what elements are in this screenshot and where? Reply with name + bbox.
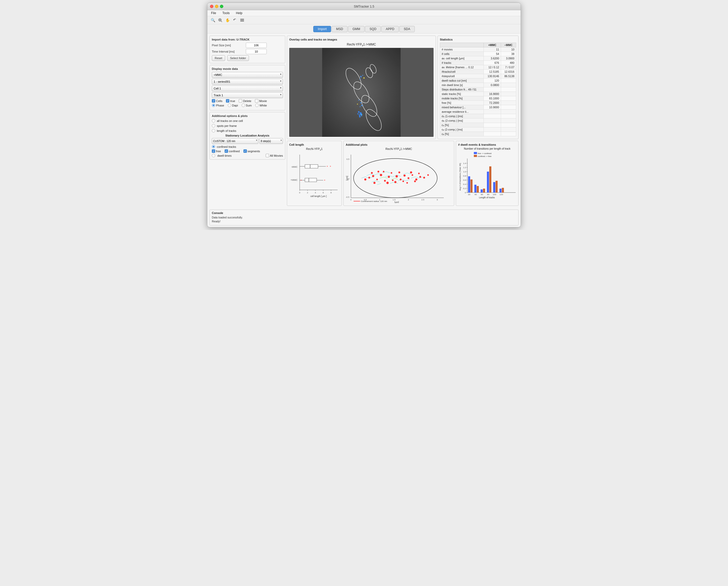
- svg-line-97: [386, 172, 390, 173]
- dwell-times-radio[interactable]: [212, 154, 215, 157]
- tab-sqd[interactable]: SQD: [365, 26, 381, 32]
- sum-radio[interactable]: [242, 104, 245, 107]
- stats-row-minus: [501, 96, 516, 101]
- spots-per-frame-radio[interactable]: [212, 124, 215, 127]
- undo-icon[interactable]: [232, 17, 238, 23]
- svg-point-110: [392, 179, 394, 181]
- settings-icon[interactable]: [239, 17, 245, 23]
- stats-row-minus: [501, 123, 516, 127]
- segments-checkbox-item[interactable]: ✓ segments: [243, 149, 260, 153]
- time-interval-input[interactable]: [246, 49, 267, 54]
- svg-line-75: [370, 174, 374, 175]
- svg-text:+: +: [327, 165, 328, 168]
- tab-sda[interactable]: SDA: [399, 26, 415, 32]
- stats-row-plus: 72.2000: [484, 101, 501, 105]
- zoom-in-icon[interactable]: [217, 17, 223, 23]
- stats-row-label: mobile tracks [%]: [440, 96, 484, 101]
- maximize-button[interactable]: [220, 5, 223, 8]
- svg-text:80: 80: [487, 193, 490, 196]
- track-select[interactable]: Track 1: [212, 92, 283, 98]
- confined-checkbox[interactable]: ✓: [225, 149, 228, 153]
- svg-line-85: [372, 181, 376, 182]
- steps-select[interactable]: 8 step(s): [259, 138, 283, 144]
- import-buttons: Reset Select folder: [212, 55, 283, 61]
- svg-point-131: [371, 172, 373, 174]
- custom-select[interactable]: CUSTOM : 120 nm: [212, 138, 258, 144]
- delete-checkbox-item[interactable]: Delete: [239, 99, 251, 103]
- svg-point-132: [423, 177, 425, 178]
- table-row: #tracks/cell12.518512.6316: [440, 70, 516, 74]
- tab-appd[interactable]: APPD: [381, 26, 399, 32]
- stats-row-label: # movies: [440, 47, 484, 52]
- stats-row-label: free [%]: [440, 101, 484, 105]
- all-tracks-radio[interactable]: [212, 119, 215, 122]
- phase-radio-item[interactable]: Phase: [212, 104, 224, 107]
- menu-tools[interactable]: Tools: [221, 11, 231, 16]
- movie-select[interactable]: +MMC -MMC: [212, 72, 283, 78]
- svg-text:1.4: 1.4: [463, 162, 466, 164]
- reset-button[interactable]: Reset: [212, 55, 225, 61]
- svg-rect-136: [474, 152, 477, 154]
- svg-text:4: 4: [315, 192, 316, 194]
- svg-point-111: [396, 175, 398, 177]
- stats-row-plus: 16.9000: [484, 92, 501, 96]
- svg-point-17: [362, 75, 363, 76]
- all-movies-checkbox[interactable]: [266, 154, 269, 157]
- table-row: av. lifetime [frames ... 0.1212 / 0.127 …: [440, 65, 516, 70]
- cells-checkbox-item[interactable]: ✓ Cells: [212, 99, 222, 103]
- confined-tracks-radio[interactable]: [212, 145, 215, 148]
- svg-point-127: [410, 171, 412, 174]
- svg-rect-7: [240, 21, 244, 22]
- series-select-wrapper: 1 - series001: [212, 79, 283, 84]
- phase-radio[interactable]: [212, 104, 215, 107]
- menu-help[interactable]: Help: [235, 11, 243, 16]
- zoom-fit-icon[interactable]: 🔍: [210, 17, 216, 23]
- svg-text:60: 60: [481, 193, 483, 196]
- all-tracks-row: all tracks on one cell: [212, 119, 283, 122]
- tab-gmm[interactable]: GMM: [348, 26, 365, 32]
- tracks-checkbox-item[interactable]: ✓ true: [226, 99, 235, 103]
- free-checkbox[interactable]: ✓: [212, 149, 215, 153]
- dapi-radio[interactable]: [228, 104, 231, 107]
- svg-point-31: [361, 116, 362, 117]
- svg-text:-MMC: -MMC: [291, 165, 298, 168]
- all-movies-checkbox-item[interactable]: All Movies: [266, 154, 283, 157]
- close-button[interactable]: [210, 5, 213, 8]
- svg-text:40: 40: [475, 193, 477, 196]
- delete-checkbox[interactable]: [239, 99, 242, 103]
- length-of-tracks-radio[interactable]: [212, 129, 215, 132]
- cell-length-chart-subtitle: RecN-YFPv1: [289, 147, 339, 151]
- display-movie-title: Display movie data: [212, 67, 283, 70]
- table-row: # tracks676480: [440, 61, 516, 65]
- white-label: White: [259, 104, 267, 107]
- select-folder-button[interactable]: Select folder: [227, 55, 249, 61]
- free-checkbox-item[interactable]: ✓ free: [212, 149, 221, 153]
- confined-checkbox-item[interactable]: ✓ confined: [225, 149, 240, 153]
- sum-radio-item[interactable]: Sum: [242, 104, 252, 107]
- series-select[interactable]: 1 - series001: [212, 79, 283, 84]
- white-radio[interactable]: [255, 104, 259, 107]
- svg-text:2: 2: [307, 192, 308, 194]
- tab-import[interactable]: Import: [313, 26, 331, 32]
- pixel-size-input[interactable]: [246, 43, 267, 48]
- pan-icon[interactable]: ✋: [225, 17, 230, 23]
- cell-select[interactable]: Cell 1: [212, 85, 283, 91]
- dapi-radio-item[interactable]: Dapi: [228, 104, 238, 107]
- stats-row-plus: [484, 127, 501, 132]
- movie-checkbox-item[interactable]: Movie: [255, 99, 267, 103]
- cell-select-wrapper: Cell 1: [212, 85, 283, 91]
- movie-checkbox[interactable]: [255, 99, 258, 103]
- menu-file[interactable]: File: [210, 11, 217, 16]
- tab-msd[interactable]: MSD: [332, 26, 347, 32]
- svg-rect-167: [493, 182, 495, 193]
- minimize-button[interactable]: [215, 5, 218, 8]
- svg-line-78: [361, 177, 365, 178]
- svg-text:[μm]: [μm]: [395, 201, 399, 203]
- left-panel: Import data from: U-TRACK Pixel Size [nm…: [209, 35, 285, 206]
- tracks-checkbox[interactable]: ✓: [226, 99, 229, 103]
- svg-text:0: 0: [348, 178, 349, 180]
- white-radio-item[interactable]: White: [255, 104, 267, 107]
- cells-checkbox[interactable]: ✓: [212, 99, 215, 103]
- svg-point-118: [383, 171, 384, 172]
- segments-checkbox[interactable]: ✓: [243, 149, 247, 153]
